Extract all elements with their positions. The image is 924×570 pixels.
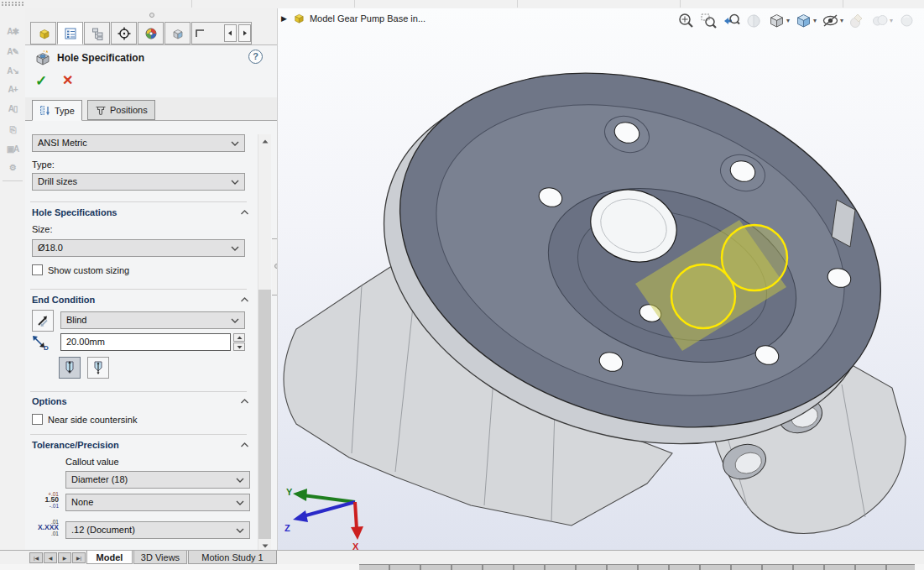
scrollbar-thumb[interactable] [258, 290, 271, 539]
zoom-to-area-icon [700, 12, 718, 29]
hole-type-icon [39, 105, 51, 117]
show-custom-sizing-checkbox[interactable] [32, 264, 43, 275]
end-condition-select[interactable]: Blind [60, 311, 245, 329]
panel-scrollbar[interactable] [258, 134, 271, 552]
dropdown-caret-icon[interactable]: ▾ [840, 17, 843, 24]
flyout-expand-icon[interactable]: ▶ [281, 14, 287, 23]
depth-to-tip-button[interactable] [87, 357, 109, 379]
depth-shoulder-icon [62, 360, 77, 375]
dimxpert-manager-tab[interactable] [111, 22, 137, 44]
show-custom-sizing-label: Show custom sizing [48, 265, 129, 275]
cancel-button[interactable]: ✕ [62, 72, 73, 88]
feature-manager-tree-tab[interactable] [30, 22, 56, 44]
tab-positions[interactable]: Positions [87, 100, 155, 120]
configuration-icon [91, 27, 104, 40]
depth-spinner [233, 333, 245, 351]
edit-appearance-button[interactable] [848, 12, 866, 29]
model-canvas[interactable]: Y Z X [278, 8, 924, 550]
blind-depth-value: 20.00mm [66, 337, 105, 347]
tab-scroll-right-button[interactable] [238, 24, 251, 42]
size-label: Size: [32, 224, 52, 234]
options-header[interactable]: Options [32, 396, 67, 406]
collapse-icon[interactable] [240, 442, 249, 448]
hole-type-select[interactable]: Drill sizes [32, 173, 245, 191]
last-tab-button[interactable]: ▶| [72, 552, 86, 563]
hole-specifications-header[interactable]: Hole Specifications [32, 207, 117, 217]
annotation-add-icon[interactable]: A+ [3, 81, 22, 98]
annotation-leader-icon[interactable]: A↘ [3, 63, 22, 80]
unit-precision-select[interactable]: .12 (Document) [65, 521, 250, 539]
heads-up-toolbar: ▾ ▾ ▾ [677, 9, 916, 31]
blind-depth-input[interactable]: 20.00mm [60, 333, 231, 351]
next-tab-button[interactable]: ▶ [58, 552, 71, 563]
spin-up-button[interactable] [233, 333, 245, 342]
scroll-up-button[interactable] [258, 134, 271, 148]
tab-positions-label: Positions [110, 105, 148, 115]
callout-value-label: Callout value [65, 457, 119, 467]
display-style-button[interactable]: ▾ [795, 12, 817, 29]
callout-value-select[interactable]: Diameter (18) [65, 471, 250, 489]
first-tab-button[interactable]: |◀ [29, 552, 43, 563]
previous-view-button[interactable] [723, 12, 740, 29]
type-label: Type: [32, 159, 55, 170]
annotation-frame-icon[interactable]: ▣A [3, 141, 22, 158]
ok-button[interactable]: ✓ [35, 72, 47, 90]
flyout-feature-tree: ▶ Model Gear Pump Base in... [281, 12, 425, 24]
property-manager-tab[interactable] [57, 22, 83, 44]
manager-tab-overflow [191, 22, 252, 44]
near-side-countersink-label: Near side countersink [48, 415, 137, 425]
spin-down-button[interactable] [233, 343, 245, 351]
near-side-countersink-checkbox[interactable] [32, 414, 43, 425]
previous-tab-button[interactable]: ◀ [44, 552, 57, 563]
document-title[interactable]: Model Gear Pump Base in... [310, 13, 425, 24]
tolerance-type-icon: +.01 1.50 -.01 [30, 491, 59, 509]
previous-view-icon [723, 12, 740, 29]
dropdown-caret-icon[interactable]: ▾ [813, 17, 817, 24]
section-view-button[interactable] [745, 12, 763, 29]
eye-icon [822, 12, 839, 29]
view-orientation-button[interactable]: ▾ [768, 12, 790, 29]
tolerance-precision-header[interactable]: Tolerance/Precision [32, 440, 119, 450]
dropdown-caret-icon[interactable]: ▾ [890, 17, 893, 24]
hide-show-items-button[interactable]: ▾ [822, 12, 843, 29]
annotation-block-icon[interactable]: A▯ [3, 101, 22, 118]
annotation-edit-icon[interactable]: A✎ [3, 44, 22, 60]
edit-appearance-icon [848, 12, 866, 29]
near-side-countersink-row: Near side countersink [32, 414, 137, 425]
tab-3d-views[interactable]: 3D Views [133, 551, 187, 564]
zoom-to-fit-icon [677, 12, 695, 29]
collapse-icon[interactable] [240, 209, 249, 216]
apply-scene-button[interactable]: ▾ [871, 12, 893, 29]
collapse-icon[interactable] [240, 398, 249, 405]
reverse-direction-button[interactable] [32, 310, 54, 332]
tab-motion-study-1[interactable]: Motion Study 1 [188, 551, 277, 564]
dropdown-caret-icon[interactable]: ▾ [786, 17, 790, 24]
copy-annotation-icon[interactable]: ⎘ [3, 122, 22, 139]
end-condition-header[interactable]: End Condition [32, 295, 95, 305]
zoom-to-area-button[interactable] [700, 12, 718, 29]
color-wheel-icon [144, 27, 158, 40]
graphics-area[interactable]: Y Z X ▶ Model Gear Pump Base in... [277, 8, 924, 550]
tolerance-type-select[interactable]: None [65, 494, 250, 511]
chevron-down-icon [231, 141, 239, 146]
panel-width-grip[interactable] [149, 13, 154, 18]
hole-size-select[interactable]: Ø18.0 [32, 239, 245, 257]
display-manager-tab[interactable] [138, 22, 164, 44]
end-condition-value: Blind [66, 315, 86, 325]
zoom-to-fit-button[interactable] [677, 12, 695, 29]
chain-icon[interactable]: ⚙ [3, 159, 22, 176]
collapse-icon[interactable] [240, 296, 249, 303]
hole-preview-circle-2 [671, 264, 735, 328]
reference-triad: Y Z X [285, 487, 363, 550]
configuration-manager-tab[interactable] [84, 22, 110, 44]
depth-to-shoulder-button[interactable] [59, 357, 81, 379]
chevron-down-icon [231, 318, 239, 323]
tab-model[interactable]: Model [86, 551, 133, 564]
help-icon[interactable]: ? [248, 50, 263, 64]
cam-manager-tab[interactable] [164, 22, 191, 44]
annotation-star-icon[interactable]: A✱ [3, 24, 22, 40]
view-settings-button[interactable] [898, 12, 916, 29]
tab-type[interactable]: Type [32, 100, 82, 121]
tab-scroll-left-button[interactable] [224, 24, 237, 42]
hole-standard-select[interactable]: ANSI Metric [32, 134, 245, 152]
